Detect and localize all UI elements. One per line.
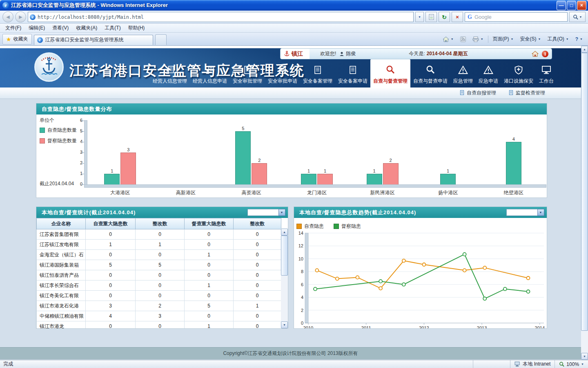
legend-swatch [40, 128, 45, 133]
chevron-down-icon: ▼ [538, 38, 541, 40]
security-zone: 本地 Intranet [510, 360, 555, 368]
logout-button[interactable] [542, 51, 548, 57]
menu-item-1[interactable]: 编辑(E) [25, 24, 49, 32]
search-input[interactable]: G Google [465, 12, 568, 22]
stop-button[interactable]: × [452, 12, 463, 22]
page-preview-button[interactable] [425, 12, 437, 22]
person-document-icon [205, 65, 214, 76]
nav-item-6[interactable]: 自查与督查管理 [370, 59, 410, 88]
print-button[interactable]: ▼ [470, 34, 486, 44]
back-button[interactable]: ◀ [2, 11, 13, 22]
nav-item-11[interactable]: 工作台 [536, 63, 557, 88]
table-row-9[interactable]: 镇江市港龙0010 [37, 321, 281, 329]
user-icon [339, 52, 344, 56]
scrollbar-thumb[interactable] [581, 53, 588, 331]
trend-filter-select[interactable]: ▼ [506, 209, 544, 216]
address-dropdown-button[interactable]: ▼ [415, 12, 424, 22]
safety-menu-button[interactable]: 安全(S) ▼ [517, 34, 544, 44]
menu-item-5[interactable]: 帮助(H) [125, 24, 149, 32]
as-of-note: 截止2014.04.04 [40, 180, 74, 187]
page-menu-button[interactable]: 页面(P) ▼ [490, 34, 517, 44]
zoom-control[interactable]: 100% ▼ [555, 360, 588, 368]
table-row-0[interactable]: 江苏索普集团有限0000 [37, 229, 281, 240]
menu-bar: 文件(F)编辑(E)查看(V)收藏夹(A)工具(T)帮助(H) [0, 24, 588, 33]
statistics-filter-select[interactable]: ▼ [247, 209, 285, 216]
help-button[interactable]: ? ▼ [572, 34, 586, 44]
scroll-up-button[interactable]: ▲ [581, 46, 588, 53]
nav-item-4[interactable]: 安全备案管理 [300, 63, 335, 88]
menu-item-2[interactable]: 查看(V) [49, 24, 72, 32]
tools-menu-button[interactable]: 工具(O) ▼ [544, 34, 571, 44]
minimize-button[interactable]: — [557, 1, 566, 10]
status-text: 完成 [3, 361, 13, 368]
nav-item-5[interactable]: 安全备案申请 [335, 63, 370, 88]
welcome-strip: 镇江 欢迎您! 陈俊 今天是: 2014-04-04 星期五 [280, 48, 552, 59]
search-button[interactable]: ▼ [569, 12, 586, 22]
nav-item-9[interactable]: 应急申请 [476, 63, 501, 88]
bar-column: 1 [104, 168, 120, 184]
close-button[interactable]: × [577, 1, 586, 10]
address-bar[interactable]: e http://localhost:8080/yjpt/Main.html [28, 12, 414, 22]
home-shortcut-icon[interactable] [532, 51, 539, 57]
submenu-item-0[interactable]: 自查自报管理 [459, 90, 496, 96]
zoom-icon [559, 361, 564, 367]
refresh-button[interactable]: ↻ [439, 12, 450, 22]
nav-item-10[interactable]: 港口设施保安 [501, 63, 536, 88]
menu-item-0[interactable]: 文件(F) [2, 24, 25, 32]
svg-text:2013: 2013 [477, 325, 487, 328]
category-label: 大港港区 [87, 189, 153, 196]
star-icon: ★ [6, 36, 11, 42]
nav-item-8[interactable]: 应急管理 [450, 63, 476, 88]
forward-button[interactable]: ▶ [15, 11, 26, 22]
document-icon [243, 65, 252, 76]
table-row-1[interactable]: 江苏镇江发电有限1100 [37, 240, 281, 250]
table-row-3[interactable]: 镇江港国际集装箱5500 [37, 260, 281, 270]
scroll-down-button[interactable]: ▼ [581, 353, 588, 360]
table-row-4[interactable]: 镇江恒泰沥青产品0000 [37, 270, 281, 280]
nav-item-label: 安全备案管理 [303, 78, 332, 85]
nav-item-2[interactable]: 安全审批管理 [230, 63, 265, 88]
table-row-2[interactable]: 金海宏业（镇江）石0010 [37, 250, 281, 260]
search-icon [573, 14, 578, 20]
menu-item-4[interactable]: 工具(T) [101, 24, 124, 32]
city-name: 镇江 [292, 50, 303, 58]
supervise-bar [252, 163, 267, 184]
home-button[interactable]: ▼ [440, 34, 457, 44]
feeds-button[interactable] [457, 34, 469, 44]
nav-item-7[interactable]: 自查与督查申请 [410, 63, 450, 88]
bar-chart: 单位个 自查隐患数量督察隐患数量 截止2014.04.04 012345613大… [36, 114, 547, 197]
warning-triangle-icon [458, 65, 468, 76]
legend-item: 自查隐患 [296, 223, 324, 230]
table-row-6[interactable]: 镇江奇美化工有限0000 [37, 291, 281, 301]
submenu-item-1[interactable]: 监督检查管理 [508, 90, 545, 96]
tab-active[interactable]: e 江苏省港口安全监管与应急管理系统 [34, 35, 153, 45]
chevron-down-icon: ▼ [451, 38, 454, 40]
table-row-5[interactable]: 镇江李长荣综合石0010 [37, 280, 281, 291]
scroll-down-button[interactable]: ▼ [281, 321, 288, 328]
statistics-panel: 本地自查/督查统计(截止2014.04.04) ▼ 企业名称自查重大隐患数整改数… [36, 206, 288, 329]
chevron-down-icon: ▼ [579, 16, 582, 18]
browser-scrollbar[interactable]: ▲ ▼ [581, 46, 588, 360]
document-icon [313, 65, 322, 76]
select-value [506, 209, 537, 216]
table-cell: 镇江恒泰沥青产品 [37, 270, 86, 280]
table-scrollbar[interactable]: ▲ ▼ [281, 229, 288, 328]
table-row-8[interactable]: 中储粮镇江粮油有限4300 [37, 311, 281, 321]
scroll-up-button[interactable]: ▲ [281, 229, 288, 236]
bar-value-label: 1 [373, 168, 376, 173]
table-cell: 0 [185, 240, 234, 250]
new-tab-button[interactable] [155, 34, 167, 45]
stop-icon: × [456, 14, 459, 20]
table-row-7[interactable]: 镇江市港龙石化港3251 [37, 301, 281, 311]
table-cell: 0 [234, 250, 281, 260]
scrollbar-thumb[interactable] [281, 236, 288, 276]
menu-item-3[interactable]: 收藏夹(A) [72, 24, 101, 32]
bar-value-label: 2 [258, 158, 261, 163]
trend-panel: 本地自查/督查隐患总数趋势(截止2014.04.04) ▼ 自查隐患督察隐患 0… [294, 206, 547, 329]
favorites-button[interactable]: ★ 收藏夹 [2, 34, 32, 45]
nav-item-0[interactable]: 经营人信息管理 [150, 63, 190, 88]
nav-item-1[interactable]: 经营人信息申请 [190, 63, 230, 88]
chevron-down-icon: ▼ [537, 209, 544, 216]
nav-item-3[interactable]: 安全审批申请 [265, 63, 300, 88]
maximize-button[interactable]: □ [567, 1, 576, 10]
